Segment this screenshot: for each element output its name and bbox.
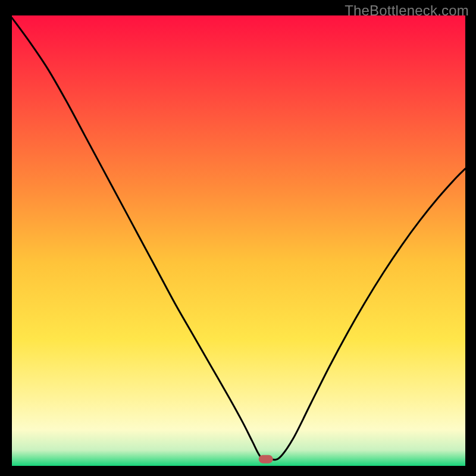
plot-area	[12, 15, 465, 466]
gradient-background	[12, 15, 465, 466]
minimum-marker	[259, 455, 273, 464]
watermark-text: TheBottleneck.com	[345, 2, 469, 19]
chart-frame: TheBottleneck.com	[0, 0, 476, 476]
bottleneck-chart	[12, 15, 465, 466]
